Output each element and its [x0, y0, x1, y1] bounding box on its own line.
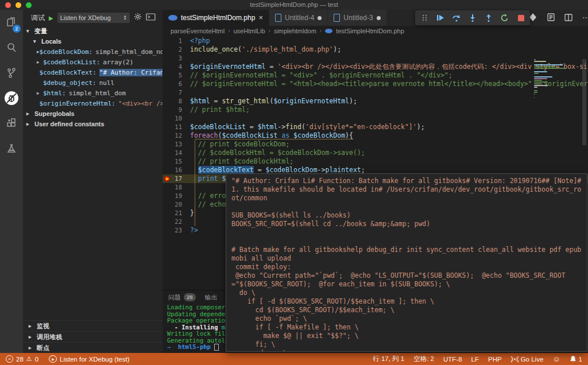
line-number: 23	[163, 226, 190, 235]
debug-icon[interactable]	[0, 86, 23, 111]
code-line[interactable]: 6// $originEvernoteHtml = "<html><head><…	[163, 80, 588, 88]
status-item-broadcast[interactable]: Go Live	[511, 356, 544, 363]
step-out-button[interactable]	[484, 13, 493, 22]
minimap-line	[534, 92, 537, 93]
variable-row[interactable]: ▸$codeBlockText:"# Author: Crifan Li#…	[23, 67, 163, 77]
dirty-indicator-icon[interactable]	[377, 16, 381, 20]
breadcrumb-item[interactable]: parseEvernoteHtml	[171, 28, 225, 34]
close-icon[interactable]: ×	[258, 15, 263, 21]
code-line[interactable]: 10	[163, 114, 588, 123]
minimap-line	[534, 94, 535, 95]
status-item-bell[interactable]: 1	[570, 355, 582, 363]
section-调用堆栈[interactable]: ▸调用堆栈	[23, 331, 163, 342]
status-item-PHP[interactable]: PHP	[488, 356, 502, 363]
code-line[interactable]: 9// print $html;	[163, 106, 588, 114]
line-number: 10	[163, 114, 190, 123]
line-number: 3	[163, 54, 190, 63]
section-断点[interactable]: ▸断点	[23, 342, 163, 353]
code-line[interactable]: 14 // $codeBlockHtml = $codeBlockDom->sa…	[163, 149, 588, 157]
section-label: 监视	[37, 322, 49, 331]
explorer-icon[interactable]: 2	[0, 10, 23, 35]
status-item-label: UTF-8	[443, 356, 462, 363]
status-item-空格-2[interactable]: 空格: 2	[413, 355, 434, 363]
breadcrumb-item[interactable]: simplehtmldom	[274, 28, 316, 34]
status-item-行-17-列-1[interactable]: 行 17, 列 1	[373, 355, 404, 363]
start-debug-button[interactable]: ▶	[49, 15, 53, 21]
terminal-cursor	[214, 344, 219, 351]
tab-untitled-4[interactable]: Untitled-4	[269, 10, 328, 26]
stop-button[interactable]	[516, 13, 525, 22]
line-number: 19	[163, 192, 190, 200]
line-number-current: 17	[163, 174, 190, 183]
open-preview-icon[interactable]	[546, 13, 555, 22]
more-actions-icon[interactable]: ⋯	[582, 13, 588, 22]
variable-row[interactable]: ▸$codeBlockDom:simple_html_dom_node	[23, 46, 163, 57]
problems-status[interactable]: × 28 ⚠ 0	[6, 355, 38, 363]
scope-superglobals[interactable]: ▸Superglobals	[23, 108, 163, 119]
vscode-window: testSimpleHtmlDom.php — test 2	[0, 0, 588, 365]
scope-locals-header[interactable]: ▾ Locals	[23, 36, 163, 46]
tab-testsimplehtmldom-php[interactable]: testSimpleHtmlDom.php×	[163, 10, 269, 26]
code-text: $originEvernoteHtml = '<div><br /></div>…	[190, 63, 588, 71]
step-into-button[interactable]	[468, 13, 477, 22]
extensions-icon[interactable]	[0, 111, 23, 136]
split-editor-icon[interactable]	[564, 13, 573, 22]
debug-console-icon[interactable]	[146, 13, 156, 23]
variable-row[interactable]: ▸$codeBlockList:array(2)	[23, 57, 163, 67]
status-bar: × 28 ⚠ 0 ▶ Listen for XDebug (test) 行 17…	[0, 353, 588, 365]
code-text: // $codeBlockHtml = $codeBlockDom->save(…	[190, 149, 365, 157]
code-line[interactable]: 15 // print $codeBlockHtml;	[163, 157, 588, 166]
tab-label: Untitled-3	[343, 14, 373, 22]
breadcrumb-item[interactable]: useHtmlLib	[234, 28, 265, 34]
code-line[interactable]: 1<?php	[163, 37, 588, 45]
minimap[interactable]	[534, 59, 570, 99]
twisty-collapsed-icon: ▸	[29, 345, 34, 351]
code-text: $codeBlockList = $html->find('div[style*…	[190, 123, 425, 131]
code-line[interactable]: 8$html = str_get_html($originEvernoteHtm…	[163, 97, 588, 106]
other-scopes: ▸Superglobals▸User defined constants	[23, 108, 163, 129]
panel-tab-输出[interactable]: 输出	[205, 293, 218, 302]
scope-user-defined-constants[interactable]: ▸User defined constants	[23, 119, 163, 129]
status-item-LF[interactable]: LF	[471, 356, 479, 363]
search-icon[interactable]	[0, 35, 23, 60]
tab-untitled-3[interactable]: Untitled-3	[328, 10, 386, 26]
status-item-UTF-8[interactable]: UTF-8	[443, 356, 462, 363]
variable-value: array(2)	[103, 59, 133, 66]
code-line[interactable]: 5// $originEvernoteHtml = "<div>" . $ori…	[163, 71, 588, 80]
debug-config-select[interactable]: Listen for XDebug ▲▼	[57, 13, 130, 23]
minimap-line	[534, 71, 547, 72]
minimap-line	[534, 81, 548, 83]
variables-section-title: 变量	[34, 27, 47, 36]
code-line[interactable]: 2include_once('./simple_html_dom.php');	[163, 45, 588, 54]
debug-status[interactable]: ▶ Listen for XDebug (test)	[49, 355, 129, 363]
code-line[interactable]: 4$originEvernoteHtml = '<div><br /></div…	[163, 63, 588, 71]
variable-row[interactable]: ▸$html:simple_html_dom	[23, 88, 163, 98]
code-line[interactable]: 13 // print $codeBlockDom;	[163, 140, 588, 149]
variable-row[interactable]: ▸$debug_object:null	[23, 77, 163, 88]
source-control-icon[interactable]	[0, 60, 23, 86]
code-line[interactable]: 7	[163, 88, 588, 97]
test-beaker-icon[interactable]	[0, 136, 23, 161]
section-监视[interactable]: ▸监视	[23, 320, 163, 331]
continue-button[interactable]	[436, 13, 445, 22]
code-line[interactable]: 3	[163, 54, 588, 63]
status-item-smiley[interactable]: ☺	[552, 355, 560, 363]
twisty-collapsed-icon: ▸	[26, 111, 32, 117]
panel-tab-问题[interactable]: 问题28	[168, 293, 196, 302]
breadcrumb-item[interactable]: testSimpleHtmlDom.php	[336, 28, 404, 34]
gripper-icon[interactable]	[420, 13, 429, 22]
vertical-scrollbar[interactable]	[582, 59, 586, 145]
twisty-collapsed-icon[interactable]: ▸	[37, 59, 43, 65]
variables-section-header[interactable]: ▾ 变量	[23, 26, 163, 36]
code-line[interactable]: 11$codeBlockList = $html->find('div[styl…	[163, 123, 588, 131]
step-over-button[interactable]	[452, 13, 461, 22]
breadcrumb-separator: ›	[269, 28, 270, 34]
line-number: 1	[163, 37, 190, 45]
twisty-collapsed-icon[interactable]: ▸	[37, 90, 43, 96]
code-line[interactable]: 12foreach($codeBlockList as $codeBlockDo…	[163, 131, 588, 140]
variable-row[interactable]: ▸$originEvernoteHtml:"<div><br /></di…	[23, 98, 163, 108]
restart-button[interactable]	[500, 13, 509, 22]
dirty-indicator-icon[interactable]	[318, 16, 322, 20]
gear-icon[interactable]	[134, 13, 142, 23]
code-text: }	[190, 209, 194, 218]
